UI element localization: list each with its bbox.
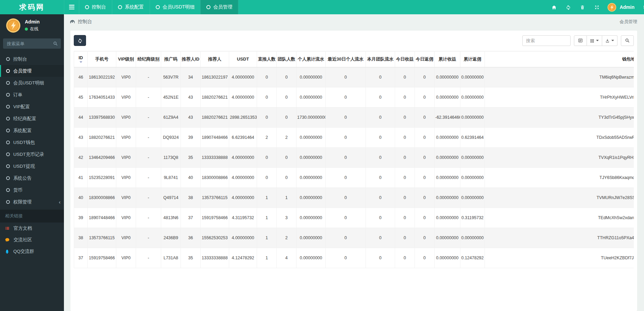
- sidebar-item-member-manage[interactable]: 会员管理: [0, 65, 64, 77]
- nav-trash-button[interactable]: [575, 0, 590, 14]
- cell-broker-level: -: [136, 87, 161, 108]
- cell-today-rebate: 0: [415, 248, 435, 268]
- topnav-item-member-usdt-detail[interactable]: 会员USDT明细: [150, 0, 200, 14]
- col-phone[interactable]: 手机号: [88, 51, 116, 67]
- sidebar-item-orders[interactable]: 订单: [0, 89, 64, 101]
- cell-direct-count: 0: [257, 168, 277, 188]
- table-search-input[interactable]: [522, 35, 571, 46]
- col-label: 累计收益: [439, 57, 456, 62]
- sidebar-toggle-button[interactable]: [64, 0, 79, 14]
- sidebar-item-system-config[interactable]: 系统配置: [0, 125, 64, 136]
- col-usdt[interactable]: USDT: [229, 51, 257, 67]
- columns-button[interactable]: [587, 35, 602, 46]
- col-broker-level[interactable]: 经纪商级别: [136, 51, 161, 67]
- cell-today-rebate: 0: [415, 87, 435, 108]
- sidebar-item-vip-config[interactable]: VIP配置: [0, 101, 64, 113]
- circle-icon: [206, 5, 210, 9]
- sidebar-item-broker-config[interactable]: 经纪商配置: [0, 113, 64, 125]
- chevron-left-icon: ‹: [59, 199, 61, 205]
- cell-total-income: 0.00000000: [435, 188, 460, 208]
- col-id[interactable]: ID: [74, 51, 88, 67]
- sidebar-item-console[interactable]: 控制台: [0, 53, 64, 65]
- circle-icon: [6, 57, 10, 61]
- col-today-rebate[interactable]: 今日返佣: [415, 51, 435, 67]
- sidebar-item-label: 权限管理: [13, 199, 32, 205]
- breadcrumb[interactable]: 控制台: [70, 19, 92, 25]
- sidebar-item-usdt-wallet[interactable]: USDT钱包: [0, 136, 64, 148]
- profile-status[interactable]: 在线: [25, 26, 40, 32]
- col-today-income[interactable]: 今日收益: [395, 51, 415, 67]
- cell-referrer-id: 37: [181, 208, 201, 228]
- user-menu[interactable]: Admin: [604, 3, 639, 12]
- cell-month-team-flow: 0: [366, 208, 395, 228]
- search-button[interactable]: [621, 35, 634, 46]
- sidebar-item-currency[interactable]: 货币: [0, 184, 64, 196]
- sidebar-item-system-announcement[interactable]: 系统公告: [0, 172, 64, 184]
- cell-phone: 18907448466: [88, 208, 116, 228]
- avatar: [607, 3, 616, 12]
- col-personal-total-flow[interactable]: 个人累计流水: [296, 51, 326, 67]
- col-referrer-id[interactable]: 推荐人ID: [181, 51, 201, 67]
- col-referrer[interactable]: 推荐人: [201, 51, 229, 67]
- cell-personal-total-flow: 0.00000000: [296, 208, 326, 228]
- topnav-item-console[interactable]: 控制台: [79, 0, 112, 14]
- export-button[interactable]: [602, 35, 617, 46]
- cell-referrer: 18820276621: [201, 87, 229, 108]
- sidebar-link-official-docs[interactable]: 官方文档: [0, 223, 64, 234]
- sidebar-links: 官方文档交流社区QQ交流群: [0, 223, 64, 257]
- sidebar-search-input[interactable]: [3, 38, 61, 49]
- sidebar-item-usdt-withdraw[interactable]: USDT提现: [0, 160, 64, 172]
- col-direct-count[interactable]: 直推人数: [257, 51, 277, 67]
- cell-personal-total-flow: 1730.00000000: [296, 108, 326, 128]
- col-team-count[interactable]: 团队人数: [277, 51, 296, 67]
- cell-promo-code: 9L8741: [161, 168, 181, 188]
- sidebar-item-member-usdt-detail[interactable]: 会员USDT明细: [0, 77, 64, 89]
- col-vip-level[interactable]: VIP级别: [116, 51, 136, 67]
- qq-icon: [5, 249, 10, 254]
- col-last30-personal-flow[interactable]: 最近30日个人流水: [326, 51, 366, 67]
- cell-team-count: 2: [277, 128, 296, 148]
- cell-today-income: 0: [395, 108, 415, 128]
- home-icon: [552, 5, 557, 10]
- col-promo-code[interactable]: 推广码: [161, 51, 181, 67]
- col-wallet-address[interactable]: 钱包地址: [485, 51, 634, 67]
- nav-home-button[interactable]: [547, 0, 561, 14]
- cell-vip-level: VIP0: [116, 248, 136, 268]
- topnav-item-system-config[interactable]: 系统配置: [112, 0, 150, 14]
- col-total-rebate[interactable]: 累计返佣: [460, 51, 485, 67]
- paging-toggle-button[interactable]: [574, 35, 587, 46]
- cell-referrer: 15562530253: [201, 228, 229, 248]
- nav-refresh-button[interactable]: [561, 0, 575, 14]
- sidebar-item-label: 货币: [13, 187, 22, 193]
- sidebar-link-qq-group[interactable]: QQ交流群: [0, 246, 64, 257]
- cell-wallet-address: TJY6Sb86Kxaqmd5hznfLx8x7NZ: [485, 168, 634, 188]
- col-total-income[interactable]: 累计收益: [435, 51, 460, 67]
- cell-total-rebate: 0.31195732: [460, 208, 485, 228]
- list-icon: [5, 226, 10, 231]
- cell-last30-personal-flow: 0: [326, 228, 366, 248]
- cell-wallet-address: TDxSdob55ADSrwRxZ4dMG1UH6C: [485, 128, 634, 148]
- cell-referrer: 13573766115: [201, 188, 229, 208]
- cell-total-income: 0.00000000: [435, 87, 460, 108]
- sidebar-link-community[interactable]: 交流社区: [0, 234, 64, 246]
- sidebar-item-permission-manage[interactable]: 权限管理‹: [0, 196, 64, 208]
- settings-button[interactable]: [639, 0, 644, 14]
- cell-vip-level: VIP0: [116, 67, 136, 87]
- sidebar-item-usdt-deposit-records[interactable]: USDT充币记录: [0, 148, 64, 160]
- topnav-item-member-manage[interactable]: 会员管理: [200, 0, 238, 14]
- cell-referrer: 15919758466: [201, 208, 229, 228]
- cell-usdt: 4.31195732: [229, 208, 257, 228]
- cell-referrer: 13333338888: [201, 248, 229, 268]
- cell-broker-level: -: [136, 128, 161, 148]
- col-month-team-flow[interactable]: 本月团队流水: [366, 51, 395, 67]
- sidebar-profile: Admin 在线: [0, 14, 64, 37]
- cell-vip-level: VIP0: [116, 228, 136, 248]
- brand-logo[interactable]: 求码网: [0, 0, 64, 14]
- cell-wallet-address: TM6iq6NpBwrazmhxppfMeiVkt99: [485, 67, 634, 87]
- refresh-button[interactable]: [74, 35, 86, 46]
- cell-today-rebate: 0: [415, 168, 435, 188]
- cell-total-income: 0.00000000: [435, 67, 460, 87]
- cell-usdt: 4.12478292: [229, 248, 257, 268]
- cell-team-count: 0: [277, 67, 296, 87]
- nav-expand-button[interactable]: [590, 0, 604, 14]
